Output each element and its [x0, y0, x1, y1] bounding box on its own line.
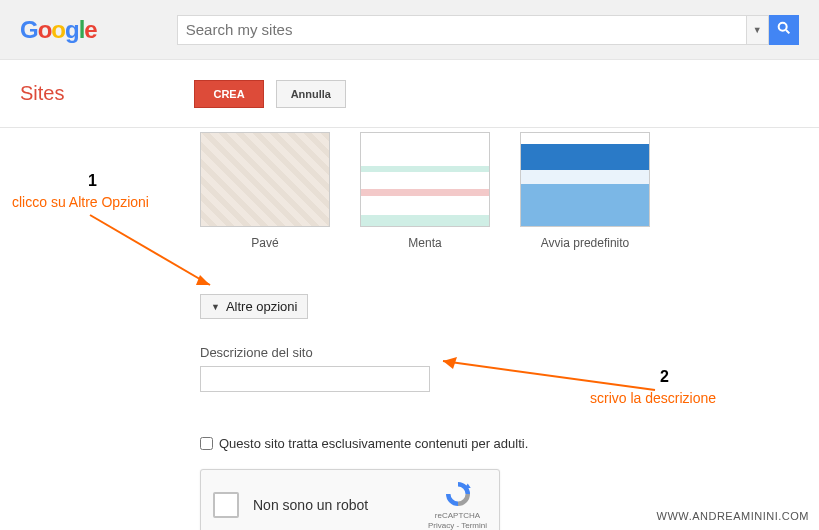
- watermark: WWW.ANDREAMININI.COM: [657, 510, 809, 522]
- recaptcha-icon: [443, 479, 473, 509]
- recaptcha-brand: reCAPTCHA: [428, 511, 487, 521]
- svg-point-0: [778, 23, 786, 31]
- adult-content-row[interactable]: Questo sito tratta esclusivamente conten…: [200, 436, 819, 451]
- recaptcha-label: Non sono un robot: [253, 497, 428, 513]
- caret-down-icon: ▼: [211, 302, 220, 312]
- search-button[interactable]: [769, 15, 799, 45]
- annotation-text: scrivo la descrizione: [590, 390, 716, 406]
- search-input[interactable]: [177, 15, 747, 45]
- annotation-number: 2: [660, 368, 669, 386]
- recaptcha-widget[interactable]: Non sono un robot reCAPTCHA Privacy - Te…: [200, 469, 500, 530]
- theme-list: Pavé Menta Avvia predefinito: [200, 132, 819, 250]
- annotation-number: 1: [88, 172, 97, 190]
- more-options-toggle[interactable]: ▼ Altre opzioni: [200, 294, 308, 319]
- theme-thumbnail: [360, 132, 490, 227]
- recaptcha-terms: Privacy - Termini: [428, 521, 487, 530]
- search-dropdown[interactable]: ▼: [747, 15, 769, 45]
- theme-option[interactable]: Pavé: [200, 132, 330, 250]
- theme-label: Menta: [408, 236, 441, 250]
- adult-content-label: Questo sito tratta esclusivamente conten…: [219, 436, 528, 451]
- search-container: ▼: [177, 15, 799, 45]
- more-options-label: Altre opzioni: [226, 299, 298, 314]
- recaptcha-checkbox[interactable]: [213, 492, 239, 518]
- theme-label: Pavé: [251, 236, 278, 250]
- google-logo: Google: [20, 16, 97, 44]
- cancel-button[interactable]: Annulla: [276, 80, 346, 108]
- toolbar: Sites CREA Annulla: [0, 60, 819, 128]
- svg-line-1: [786, 30, 789, 33]
- site-description-input[interactable]: [200, 366, 430, 392]
- adult-content-checkbox[interactable]: [200, 437, 213, 450]
- theme-option[interactable]: Menta: [360, 132, 490, 250]
- header-bar: Google ▼: [0, 0, 819, 60]
- content-area: Pavé Menta Avvia predefinito ▼ Altre opz…: [0, 128, 819, 530]
- theme-thumbnail: [520, 132, 650, 227]
- theme-option[interactable]: Avvia predefinito: [520, 132, 650, 250]
- page-title: Sites: [20, 82, 64, 105]
- theme-thumbnail: [200, 132, 330, 227]
- description-label: Descrizione del sito: [200, 345, 819, 360]
- theme-label: Avvia predefinito: [541, 236, 630, 250]
- recaptcha-branding: reCAPTCHA Privacy - Termini: [428, 479, 487, 530]
- create-button[interactable]: CREA: [194, 80, 263, 108]
- annotation-text: clicco su Altre Opzioni: [12, 194, 149, 210]
- search-icon: [776, 20, 792, 39]
